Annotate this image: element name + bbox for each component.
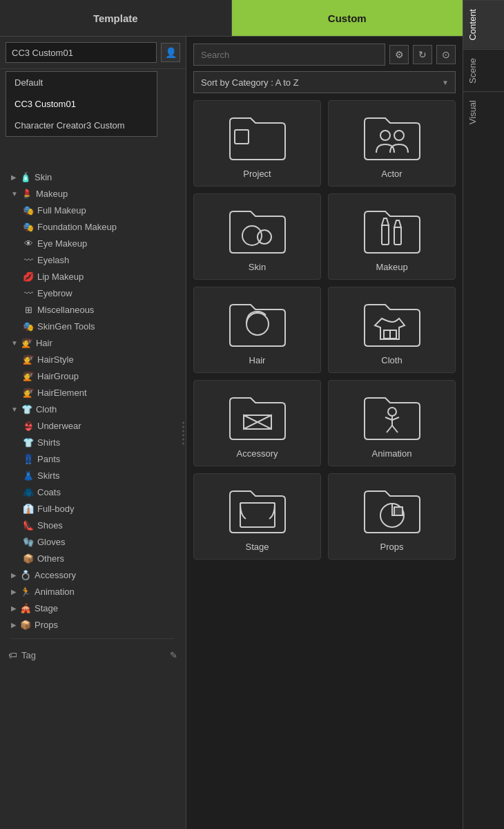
tree-item-eye-makeup[interactable]: 👁 Eye Makeup [0,235,186,251]
coats-icon: 🧥 [22,486,35,498]
grid-item-cloth[interactable]: Cloth [328,287,456,373]
pants-icon: 👖 [22,452,35,465]
tree-item-foundation-makeup[interactable]: 🎭 Foundation Makeup [0,218,186,235]
grid-item-hair[interactable]: Hair [193,287,321,373]
shoes-icon: 👠 [22,519,35,531]
svg-rect-11 [390,330,396,339]
tab-custom[interactable]: Custom [232,0,463,36]
grid-item-skin[interactable]: Skin [193,193,321,280]
tree-item-skin[interactable]: ▶ 🧴 Skin [0,169,186,185]
grid-item-makeup[interactable]: Makeup [328,193,456,280]
dropdown-item-cc3[interactable]: CC3 Custom01 [6,93,157,115]
tree-item-others[interactable]: 📦 Others [0,550,186,566]
tree-item-eyelash[interactable]: 〰 Eyelash [0,251,186,268]
search-row: ⚙ ↻ ⊙ [193,44,456,66]
tree-item-hair[interactable]: ▼ 💇 Hair [0,334,186,351]
filter-button[interactable]: ⚙ [389,45,409,64]
hair-folder-icon [226,294,289,350]
lip-icon: 💋 [22,270,35,283]
tree-item-coats[interactable]: 🧥 Coats [0,484,186,500]
tree-item-props[interactable]: ▶ 📦 Props [0,616,186,633]
view-button[interactable]: ⊙ [436,45,456,64]
refresh-button[interactable]: ↻ [413,45,432,64]
tree-item-miscellaneous[interactable]: ⊞ Miscellaneous [0,301,186,318]
tree-item-stage[interactable]: ▶ 🎪 Stage [0,600,186,616]
tree-item-eyebrow[interactable]: 〰 Eyebrow [0,285,186,301]
tree-item-skingen[interactable]: 🎭 SkinGen Tools [0,318,186,334]
fullbody-icon: 👔 [22,502,35,515]
tree-item-hairgroup[interactable]: 💇 HairGroup [0,368,186,384]
grid-item-actor[interactable]: Actor [328,100,456,187]
actor-label: Actor [381,169,402,179]
stage-folder-icon [226,481,289,536]
tree-item-pants[interactable]: 👖 Pants [0,450,186,467]
tree-item-hairstyle[interactable]: 💇 HairStyle [0,351,186,368]
tree-item-fullbody[interactable]: 👔 Full-body [0,500,186,517]
accessory-folder-icon [226,388,289,443]
skin-label: Skin [249,262,266,272]
tree-item-gloves[interactable]: 🧤 Gloves [0,533,186,550]
grid-item-stage[interactable]: Stage [193,473,321,560]
cloth-label: Cloth [381,355,402,365]
cloth-folder-icon [361,294,423,350]
makeup-icon: 💄 [21,187,33,200]
gloves-icon: 🧤 [22,535,35,548]
props-icon: 📦 [19,618,32,631]
skin-icon: 🧴 [19,171,32,183]
hairstyle-icon: 💇 [22,353,35,365]
tree-item-skirts[interactable]: 👗 Skirts [0,467,186,484]
main-content: CC3 Custom01 Default Character Creator3 … [0,37,463,829]
eyebrow-icon: 〰 [22,287,35,299]
eye-makeup-icon: 👁 [22,237,35,249]
content-grid: Project Actor [193,100,456,560]
props-label: Props [380,542,404,552]
foundation-icon: 🎭 [22,220,35,233]
tree-item-shoes[interactable]: 👠 Shoes [0,517,186,533]
tab-template[interactable]: Template [0,0,232,36]
svg-line-18 [392,417,399,420]
tree-item-cloth[interactable]: ▼ 👕 Cloth [0,401,186,417]
search-input[interactable] [193,44,385,66]
tree-item-full-makeup[interactable]: 🎭 Full Makeup [0,202,186,218]
hairgroup-icon: 💇 [22,370,35,382]
side-tab-content[interactable]: Content [463,0,504,49]
sort-row: Sort by Category : A to Z Sort by Name :… [193,71,456,93]
side-tab-visual[interactable]: Visual [463,91,504,133]
tree-item-makeup[interactable]: ▼ 💄 Makeup [0,185,186,202]
grid-item-accessory[interactable]: Accessory [193,380,321,466]
animation-label: Animation [372,448,412,459]
svg-point-15 [388,408,396,416]
svg-line-17 [385,417,392,420]
accessory-label: Accessory [237,448,278,459]
dropdown-item-default[interactable]: Default [6,72,157,93]
dropdown-row: CC3 Custom01 Default Character Creator3 … [0,37,186,69]
svg-point-2 [394,131,404,140]
tree-item-hairelement[interactable]: 💇 HairElement [0,384,186,401]
sort-dropdown[interactable]: Sort by Category : A to Z Sort by Name :… [193,71,456,93]
others-icon: 📦 [22,552,35,564]
grid-item-project[interactable]: Project [193,100,321,187]
resize-handle[interactable] [180,421,186,444]
profile-dropdown[interactable]: CC3 Custom01 Default Character Creator3 … [6,42,157,63]
dropdown-item-character[interactable]: Character Creator3 Custom [6,115,157,136]
skirts-icon: 👗 [22,469,35,482]
tag-row: 🏷 Tag ✎ [0,645,186,666]
accessory-icon: 💍 [19,569,32,581]
side-tab-scene[interactable]: Scene [463,49,504,92]
tree-item-accessory[interactable]: ▶ 💍 Accessory [0,566,186,583]
cloth-icon: 👕 [21,403,33,415]
svg-rect-21 [240,503,275,527]
tag-edit-button[interactable]: ✎ [170,650,177,660]
project-label: Project [243,169,271,179]
tree-divider [11,638,175,639]
tree-item-underwear[interactable]: 👙 Underwear [0,417,186,434]
profile-btn[interactable]: 👤 [161,43,180,62]
grid-item-animation[interactable]: Animation [328,380,456,466]
grid-item-props[interactable]: Props [328,473,456,560]
tree-item-shirts[interactable]: 👕 Shirts [0,434,186,450]
left-panel: CC3 Custom01 Default Character Creator3 … [0,37,186,829]
tree-item-animation[interactable]: ▶ 🏃 Animation [0,583,186,600]
right-panel: ⚙ ↻ ⊙ Sort by Category : A to Z Sort by … [186,37,463,829]
props-folder-icon [361,481,423,536]
tree-item-lip-makeup[interactable]: 💋 Lip Makeup [0,268,186,285]
